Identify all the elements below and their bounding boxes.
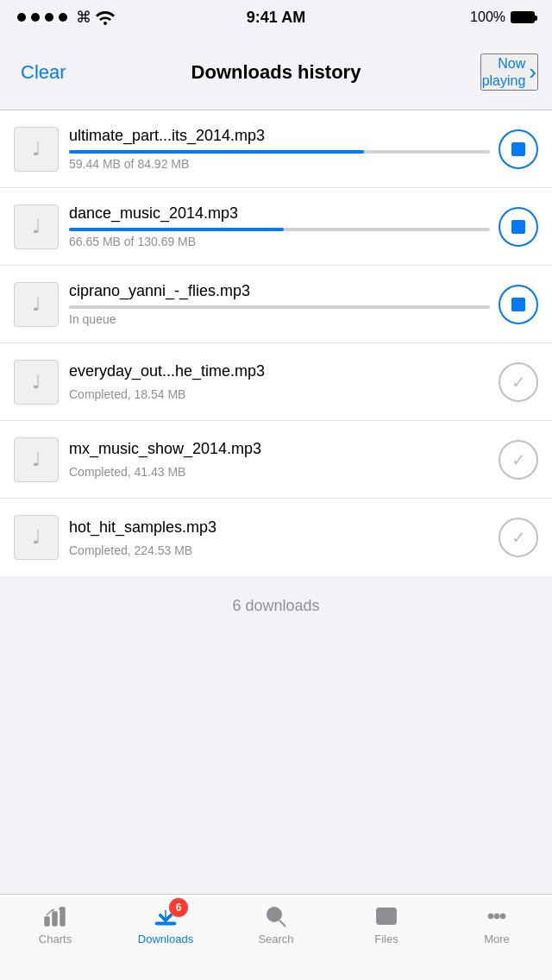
signal-area: ⌘ bbox=[17, 8, 115, 27]
music-note-icon: ♩ bbox=[32, 216, 41, 238]
tab-more[interactable]: More bbox=[442, 903, 552, 945]
svg-rect-3 bbox=[60, 908, 65, 926]
track-info: everyday_out...he_time.mp3 Completed, 18… bbox=[69, 362, 490, 401]
track-thumbnail: ♩ bbox=[14, 127, 59, 172]
svg-rect-1 bbox=[45, 917, 49, 926]
track-thumbnail: ♩ bbox=[14, 360, 59, 405]
svg-point-12 bbox=[488, 914, 493, 919]
svg-point-14 bbox=[500, 914, 505, 919]
stop-download-button[interactable] bbox=[499, 207, 538, 247]
progress-track bbox=[69, 150, 490, 154]
more-icon bbox=[481, 903, 512, 929]
progress-track bbox=[69, 305, 490, 309]
signal-dot-3 bbox=[45, 13, 53, 22]
completed-indicator: ✓ bbox=[499, 518, 538, 557]
nav-bar: Clear Downloads history Now playing › bbox=[0, 35, 552, 110]
track-info: dance_music_2014.mp3 66.65 MB of 130.69 … bbox=[69, 204, 490, 248]
progress-fill bbox=[69, 228, 284, 231]
track-name: mx_music_show_2014.mp3 bbox=[69, 440, 490, 458]
wifi-icon: ⌘ bbox=[76, 8, 115, 27]
svg-line-4 bbox=[47, 911, 51, 915]
charts-icon bbox=[40, 903, 71, 929]
track-info: hot_hit_samples.mp3 Completed, 224.53 MB bbox=[69, 518, 490, 557]
track-subtitle: Completed, 41.43 MB bbox=[69, 465, 490, 479]
completed-indicator: ✓ bbox=[499, 440, 538, 480]
downloads-badge: 6 bbox=[169, 898, 188, 917]
checkmark-icon: ✓ bbox=[511, 527, 526, 548]
list-item: ♩ hot_hit_samples.mp3 Completed, 224.53 … bbox=[0, 499, 552, 576]
stop-icon bbox=[511, 220, 525, 234]
tab-downloads-label: Downloads bbox=[138, 933, 193, 945]
svg-line-5 bbox=[51, 909, 54, 911]
track-thumbnail: ♩ bbox=[14, 437, 59, 482]
downloads-count: 6 downloads bbox=[0, 576, 552, 636]
signal-dot-2 bbox=[31, 13, 40, 22]
download-list: ♩ ultimate_part...its_2014.mp3 59.44 MB … bbox=[0, 110, 552, 576]
checkmark-icon: ✓ bbox=[511, 372, 526, 393]
status-time: 9:41 AM bbox=[247, 9, 305, 27]
list-item: ♩ everyday_out...he_time.mp3 Completed, … bbox=[0, 343, 552, 421]
track-thumbnail: ♩ bbox=[14, 204, 59, 249]
list-item: ♩ dance_music_2014.mp3 66.65 MB of 130.6… bbox=[0, 188, 552, 266]
music-note-icon: ♩ bbox=[32, 371, 41, 393]
track-name: hot_hit_samples.mp3 bbox=[69, 518, 490, 537]
downloads-icon: 6 bbox=[150, 903, 181, 929]
music-note-icon: ♩ bbox=[32, 293, 41, 316]
tab-search-label: Search bbox=[258, 933, 293, 945]
now-playing-line1: Now bbox=[482, 55, 526, 72]
svg-point-0 bbox=[104, 22, 107, 25]
tab-search[interactable]: Search bbox=[221, 903, 331, 945]
tab-charts[interactable]: Charts bbox=[0, 903, 110, 945]
tab-more-label: More bbox=[484, 933, 510, 945]
track-info: ultimate_part...its_2014.mp3 59.44 MB of… bbox=[69, 127, 490, 171]
svg-rect-2 bbox=[53, 912, 57, 926]
battery-fill bbox=[512, 13, 533, 22]
chevron-right-icon: › bbox=[529, 59, 536, 85]
completed-indicator: ✓ bbox=[499, 362, 538, 402]
tab-downloads[interactable]: 6 Downloads bbox=[110, 903, 221, 945]
progress-track bbox=[69, 228, 490, 231]
track-subtitle: 59.44 MB of 84.92 MB bbox=[69, 157, 490, 171]
tab-files[interactable]: Files bbox=[331, 903, 442, 945]
stop-download-button[interactable] bbox=[499, 285, 538, 324]
signal-dot-4 bbox=[59, 13, 67, 22]
track-name: ultimate_part...its_2014.mp3 bbox=[69, 127, 490, 145]
track-info: mx_music_show_2014.mp3 Completed, 41.43 … bbox=[69, 440, 490, 479]
tab-files-label: Files bbox=[374, 933, 398, 945]
progress-fill bbox=[69, 150, 364, 154]
now-playing-line2: playing bbox=[482, 72, 526, 89]
status-bar: ⌘ 9:41 AM 100% bbox=[0, 0, 552, 35]
track-name: dance_music_2014.mp3 bbox=[69, 204, 490, 223]
track-subtitle: Completed, 18.54 MB bbox=[69, 387, 490, 401]
music-note-icon: ♩ bbox=[32, 526, 41, 549]
music-note-icon: ♩ bbox=[32, 449, 41, 471]
svg-point-13 bbox=[494, 914, 499, 919]
list-item: ♩ ultimate_part...its_2014.mp3 59.44 MB … bbox=[0, 110, 552, 188]
svg-rect-11 bbox=[377, 908, 396, 924]
track-thumbnail: ♩ bbox=[14, 282, 59, 327]
tab-charts-label: Charts bbox=[39, 933, 72, 945]
track-subtitle: In queue bbox=[69, 312, 490, 326]
track-name: everyday_out...he_time.mp3 bbox=[69, 362, 490, 380]
page-title: Downloads history bbox=[191, 61, 361, 84]
stop-download-button[interactable] bbox=[499, 129, 538, 169]
battery-percentage: 100% bbox=[470, 9, 505, 25]
track-info: ciprano_yanni_-_flies.mp3 In queue bbox=[69, 282, 490, 326]
tab-bar: Charts 6 Downloads Search bbox=[0, 894, 552, 980]
track-subtitle: 66.65 MB of 130.69 MB bbox=[69, 235, 490, 248]
now-playing-button[interactable]: Now playing › bbox=[480, 53, 538, 90]
stop-icon bbox=[511, 142, 525, 156]
music-note-icon: ♩ bbox=[32, 138, 41, 160]
checkmark-icon: ✓ bbox=[511, 449, 526, 470]
svg-point-9 bbox=[267, 908, 281, 921]
search-icon bbox=[260, 903, 292, 929]
track-name: ciprano_yanni_-_flies.mp3 bbox=[69, 282, 490, 300]
files-icon bbox=[371, 903, 402, 929]
list-item: ♩ mx_music_show_2014.mp3 Completed, 41.4… bbox=[0, 421, 552, 499]
svg-line-10 bbox=[279, 920, 285, 927]
track-subtitle: Completed, 224.53 MB bbox=[69, 543, 490, 557]
battery-area: 100% bbox=[470, 9, 535, 25]
clear-button[interactable]: Clear bbox=[14, 58, 73, 87]
stop-icon bbox=[511, 298, 525, 311]
battery-icon bbox=[511, 11, 535, 23]
